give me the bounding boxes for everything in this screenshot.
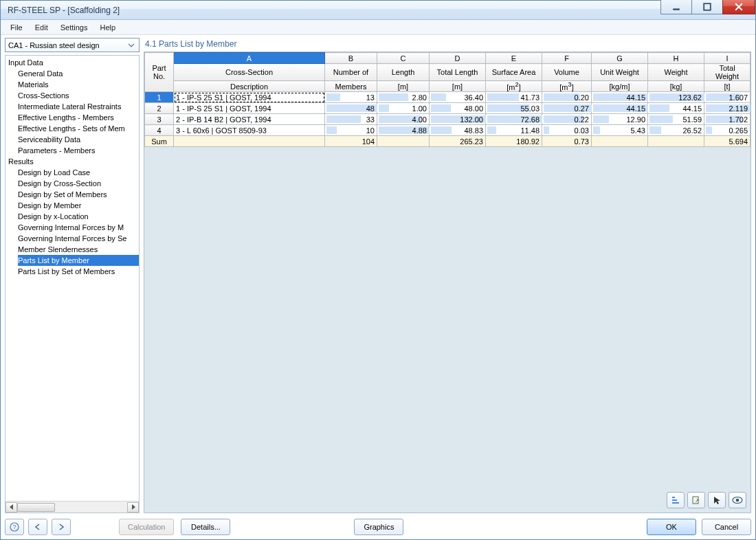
grid-cell[interactable]: 44.15 (592, 92, 648, 103)
grid-cell[interactable]: 1 - IP-S 25 S1 | GOST, 1994 (174, 92, 325, 103)
navigation-tree[interactable]: Input Data General DataMaterialsCross-Se… (5, 55, 140, 513)
view-button[interactable] (729, 492, 746, 508)
grid-cell[interactable]: 1 - IP-S 25 S1 | GOST, 1994 (174, 103, 325, 114)
scroll-track[interactable] (17, 502, 127, 513)
grid-cell[interactable]: 48.00 (430, 103, 486, 114)
graphics-button[interactable]: Graphics (354, 519, 403, 535)
grid-cell[interactable]: 41.73 (486, 92, 542, 103)
export-button[interactable] (687, 492, 705, 508)
table-row[interactable]: 11 - IP-S 25 S1 | GOST, 1994132.8036.404… (145, 92, 751, 103)
tree-heading-results[interactable]: Results (5, 156, 139, 167)
scroll-thumb[interactable] (17, 503, 55, 512)
grid-cell[interactable]: 11.48 (486, 125, 542, 136)
calculation-button[interactable]: Calculation (119, 519, 174, 535)
grid-cell[interactable]: 123.62 (648, 92, 704, 103)
tree-item[interactable]: Governing Internal Forces by Se (18, 233, 139, 244)
grid-cell[interactable]: 2 - IP-B 14 B2 | GOST, 1994 (174, 114, 325, 125)
grid-cell[interactable]: 4.88 (377, 125, 430, 136)
row-header[interactable]: 4 (145, 125, 174, 136)
close-button[interactable] (722, 0, 755, 14)
tree-item[interactable]: Cross-Sections (18, 90, 139, 101)
grid-cell[interactable]: 36.40 (430, 92, 486, 103)
tree-item[interactable]: Design by Member (18, 200, 139, 211)
menu-settings[interactable]: Settings (55, 22, 93, 33)
grid-cell[interactable]: 0.265 (704, 125, 751, 136)
grid-cell[interactable]: 33 (325, 114, 377, 125)
grid-cell[interactable]: 1.607 (704, 92, 751, 103)
tree-item[interactable]: Intermediate Lateral Restraints (18, 101, 139, 112)
menu-edit[interactable]: Edit (30, 22, 54, 33)
row-header[interactable]: 3 (145, 114, 174, 125)
table-row[interactable]: 32 - IP-B 14 B2 | GOST, 1994334.00132.00… (145, 114, 751, 125)
tree-item[interactable]: Effective Lengths - Members (18, 112, 139, 123)
grid-cell[interactable]: 26.52 (648, 125, 704, 136)
tree-item[interactable]: Materials (18, 79, 139, 90)
grid-cell[interactable]: 0.20 (542, 92, 592, 103)
grid-cell[interactable]: 1.702 (704, 114, 751, 125)
table-row[interactable]: 21 - IP-S 25 S1 | GOST, 1994481.0048.005… (145, 103, 751, 114)
cancel-button[interactable]: Cancel (702, 519, 751, 535)
next-button[interactable] (52, 519, 71, 535)
tree-item[interactable]: General Data (18, 68, 139, 79)
tree-item[interactable]: Effective Lengths - Sets of Mem (18, 123, 139, 134)
grid-cell[interactable]: 1.00 (377, 103, 430, 114)
tree-item[interactable]: Member Slendernesses (18, 244, 139, 255)
grid-cell[interactable]: 13 (325, 92, 377, 103)
grid-cell[interactable]: 2.80 (377, 92, 430, 103)
tree-item[interactable]: Parameters - Members (18, 145, 139, 156)
grid-cell[interactable]: 48.83 (430, 125, 486, 136)
prev-button[interactable] (28, 519, 47, 535)
col-letter-F[interactable]: F (542, 53, 592, 64)
col-letter-I[interactable]: I (704, 53, 751, 64)
grid-cell[interactable]: 2.119 (704, 103, 751, 114)
menu-file[interactable]: File (5, 22, 28, 33)
tree-item[interactable]: Design by Set of Members (18, 189, 139, 200)
row-header[interactable]: 1 (145, 92, 174, 103)
grid-cell[interactable]: 48 (325, 103, 377, 114)
grid-cell[interactable]: 55.03 (486, 103, 542, 114)
pick-button[interactable] (708, 492, 726, 508)
tree-item[interactable]: Parts List by Member (18, 255, 139, 266)
grid-cell[interactable]: 5.43 (592, 125, 648, 136)
grid-cell[interactable]: 0.22 (542, 114, 592, 125)
filter-button[interactable] (667, 492, 685, 508)
grid-cell[interactable]: 10 (325, 125, 377, 136)
col-letter-G[interactable]: G (592, 53, 648, 64)
design-case-combo[interactable]: CA1 - Russian steel design (5, 38, 140, 52)
row-header[interactable]: 2 (145, 103, 174, 114)
tree-item[interactable]: Serviceability Data (18, 134, 139, 145)
tree-horizontal-scrollbar[interactable] (5, 501, 139, 513)
tree-item[interactable]: Parts List by Set of Members (18, 266, 139, 277)
col-letter-B[interactable]: B (325, 53, 377, 64)
col-letter-D[interactable]: D (430, 53, 486, 64)
grid-cell[interactable]: 44.15 (592, 103, 648, 114)
minimize-button[interactable] (660, 0, 692, 14)
help-button[interactable]: ? (5, 519, 24, 535)
grid-cell[interactable]: 0.03 (542, 125, 592, 136)
grid-cell[interactable]: 0.27 (542, 103, 592, 114)
maximize-button[interactable] (691, 0, 723, 14)
tree-heading-input[interactable]: Input Data (5, 57, 139, 68)
grid-cell[interactable]: 72.68 (486, 114, 542, 125)
tree-item[interactable]: Design by Cross-Section (18, 178, 139, 189)
col-letter-A[interactable]: A (174, 53, 325, 64)
col-letter-C[interactable]: C (377, 53, 430, 64)
ok-button[interactable]: OK (647, 519, 696, 535)
grid-cell[interactable]: 51.59 (648, 114, 704, 125)
tree-item[interactable]: Governing Internal Forces by M (18, 222, 139, 233)
menu-help[interactable]: Help (94, 22, 121, 33)
col-part-no[interactable]: Part No. (145, 53, 174, 92)
scroll-left-button[interactable] (5, 502, 17, 513)
tree-item[interactable]: Design by Load Case (18, 167, 139, 178)
grid-cell[interactable]: 12.90 (592, 114, 648, 125)
col-letter-E[interactable]: E (486, 53, 542, 64)
grid-cell[interactable]: 4.00 (377, 114, 430, 125)
col-letter-H[interactable]: H (648, 53, 704, 64)
grid-cell[interactable]: 132.00 (430, 114, 486, 125)
grid-cell[interactable]: 44.15 (648, 103, 704, 114)
details-button[interactable]: Details... (181, 519, 230, 535)
tree-item[interactable]: Design by x-Location (18, 211, 139, 222)
parts-list-grid[interactable]: Part No. A B C D E F G H I (144, 52, 751, 513)
grid-cell[interactable]: 3 - L 60x6 | GOST 8509-93 (174, 125, 325, 136)
table-row[interactable]: 43 - L 60x6 | GOST 8509-93104.8848.8311.… (145, 125, 751, 136)
